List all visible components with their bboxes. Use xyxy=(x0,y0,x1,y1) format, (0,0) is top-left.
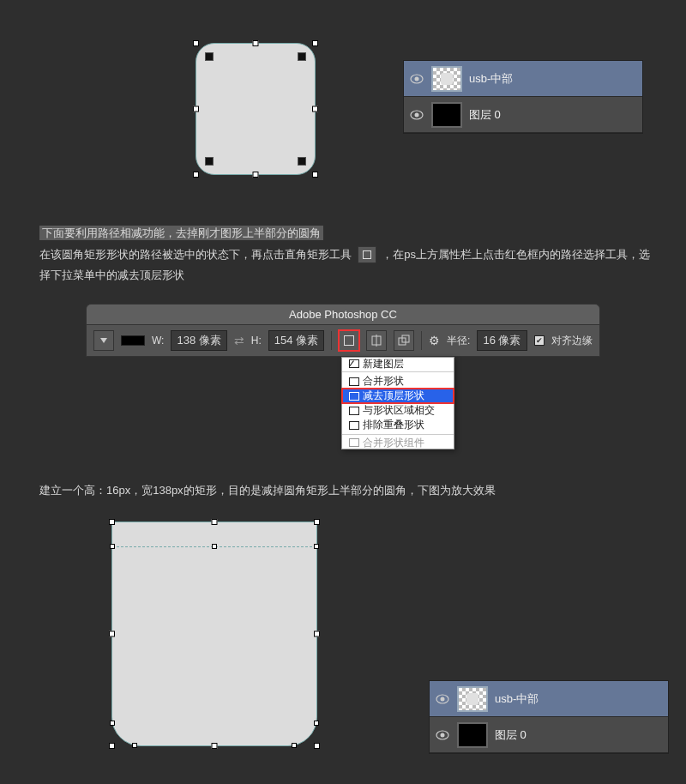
dropdown-item-label: 合并形状 xyxy=(363,374,404,389)
radius-input[interactable]: 16 像素 xyxy=(477,330,527,351)
shape-mode-icon xyxy=(349,359,359,368)
layer-thumbnail[interactable] xyxy=(457,686,488,712)
rounded-rect-shape xyxy=(196,43,316,175)
options-bar: Adobe Photoshop CC W: 138 像素 ⇄ H: 154 像素… xyxy=(86,304,600,357)
dropdown-item-new-layer[interactable]: ✓ 新建图层 xyxy=(342,358,454,372)
layers-panel: usb-中部 图层 0 xyxy=(429,680,669,754)
resize-handle-tl[interactable] xyxy=(193,40,199,46)
options-bar-title: Adobe Photoshop CC xyxy=(86,304,600,324)
instruction-text-block: 下面要利用路径相减功能，去掉刚才图形上半部分的圆角 在该圆角矩形形状的路径被选中… xyxy=(39,223,660,286)
visibility-toggle-icon[interactable] xyxy=(409,71,424,87)
width-input[interactable]: 138 像素 xyxy=(171,330,226,351)
height-label: H: xyxy=(251,335,262,347)
path-align-button[interactable] xyxy=(366,330,387,351)
corner-radius-handle[interactable] xyxy=(205,52,214,61)
resize-handle-bl[interactable] xyxy=(193,172,199,178)
resize-handle-tl[interactable] xyxy=(109,519,115,525)
svg-point-3 xyxy=(415,112,419,117)
shape-mode-icon xyxy=(349,407,359,415)
layer-name: 图层 0 xyxy=(495,727,527,743)
layers-panel: usb-中部 图层 0 xyxy=(403,60,643,134)
resize-handle-br[interactable] xyxy=(312,172,318,178)
instruction-text: 建立一个高：16px，宽138px的矩形，目的是减掉圆角矩形上半部分的圆角，下图… xyxy=(39,484,496,497)
resize-handle-t[interactable] xyxy=(253,40,259,46)
layer-name: usb-中部 xyxy=(469,71,513,87)
shape-mode-icon xyxy=(349,421,359,430)
path-anchor-handle[interactable] xyxy=(110,721,115,726)
visibility-toggle-icon[interactable] xyxy=(409,107,424,123)
path-operations-dropdown: ✓ 新建图层 合并形状 减去顶层形状 与形状区域相交 排除重叠形状 合并形状组件 xyxy=(341,357,454,449)
subtracted-shape-preview xyxy=(111,522,317,746)
svg-point-11 xyxy=(441,733,445,737)
shape-mode-icon xyxy=(349,392,359,401)
dropdown-item-label: 排除重叠形状 xyxy=(363,418,424,432)
resize-handle-r[interactable] xyxy=(314,631,320,637)
resize-handle-l[interactable] xyxy=(193,106,199,112)
fill-swatch[interactable] xyxy=(121,335,145,346)
divider xyxy=(421,331,422,350)
visibility-toggle-icon[interactable] xyxy=(435,727,450,743)
shape-mode-dropdown[interactable] xyxy=(93,330,114,351)
layer-row[interactable]: usb-中部 xyxy=(404,61,642,97)
resize-handle-br[interactable] xyxy=(314,743,320,749)
path-anchor-handle[interactable] xyxy=(314,544,319,549)
path-anchor-handle[interactable] xyxy=(212,544,217,549)
gear-icon[interactable]: ⚙ xyxy=(429,334,440,347)
dropdown-item-subtract[interactable]: 减去顶层形状 xyxy=(342,389,454,403)
corner-radius-handle[interactable] xyxy=(205,157,214,166)
dropdown-item-intersect[interactable]: 与形状区域相交 xyxy=(342,403,454,418)
shape-mode-icon xyxy=(349,438,359,447)
resize-handle-bl[interactable] xyxy=(109,743,115,749)
path-anchor-handle[interactable] xyxy=(314,721,319,726)
resize-handle-l[interactable] xyxy=(109,631,115,637)
radius-label: 半径: xyxy=(447,334,470,348)
layer-thumbnail[interactable] xyxy=(431,102,462,128)
resize-handle-tr[interactable] xyxy=(312,40,318,46)
width-label: W: xyxy=(152,335,164,347)
svg-point-1 xyxy=(415,76,419,81)
dropdown-item-label: 与形状区域相交 xyxy=(363,403,435,418)
resize-handle-tr[interactable] xyxy=(314,519,320,525)
layer-name: usb-中部 xyxy=(495,691,539,707)
resize-handle-r[interactable] xyxy=(312,106,318,112)
dropdown-item-label: 新建图层 xyxy=(363,357,404,371)
align-edges-label: 对齐边缘 xyxy=(551,334,593,348)
dropdown-item-combine[interactable]: 合并形状 xyxy=(342,374,454,389)
path-arrange-button[interactable] xyxy=(394,330,414,351)
resize-handle-b[interactable] xyxy=(212,743,218,749)
instruction-text-block: 建立一个高：16px，宽138px的矩形，目的是减掉圆角矩形上半部分的圆角，下图… xyxy=(39,480,660,502)
shape-mode-icon xyxy=(349,377,359,386)
corner-radius-handle[interactable] xyxy=(298,52,306,61)
path-anchor-handle[interactable] xyxy=(110,544,115,549)
instruction-text: 在该圆角矩形形状的路径被选中的状态下，再点击直角矩形工具 xyxy=(39,248,352,261)
align-edges-checkbox[interactable]: ✔ xyxy=(534,335,545,346)
resize-handle-b[interactable] xyxy=(253,172,259,178)
options-bar-row: W: 138 像素 ⇄ H: 154 像素 ⚙ 半径: 16 像素 ✔ 对齐边缘 xyxy=(86,324,600,357)
divider xyxy=(331,331,332,350)
path-anchor-handle[interactable] xyxy=(132,743,137,748)
link-wh-icon[interactable]: ⇄ xyxy=(234,334,244,347)
rounded-rect-shape-preview xyxy=(196,43,316,175)
visibility-toggle-icon[interactable] xyxy=(435,691,450,707)
layer-row[interactable]: 图层 0 xyxy=(430,717,668,753)
dropdown-item-merge-components[interactable]: 合并形状组件 xyxy=(342,434,454,449)
corner-radius-handle[interactable] xyxy=(298,157,306,166)
path-anchor-handle[interactable] xyxy=(292,743,297,748)
rectangle-tool-icon xyxy=(358,246,376,263)
layer-thumbnail[interactable] xyxy=(431,66,462,92)
svg-point-9 xyxy=(441,697,445,701)
layer-row[interactable]: usb-中部 xyxy=(430,681,668,717)
layer-name: 图层 0 xyxy=(469,107,501,123)
layer-row[interactable]: 图层 0 xyxy=(404,97,642,133)
path-operations-button[interactable] xyxy=(339,330,359,351)
height-input[interactable]: 154 像素 xyxy=(268,330,324,351)
dropdown-item-label: 减去顶层形状 xyxy=(363,389,424,403)
layer-thumbnail[interactable] xyxy=(457,722,488,748)
dropdown-item-label: 合并形状组件 xyxy=(363,436,424,450)
highlighted-text: 下面要利用路径相减功能，去掉刚才图形上半部分的圆角 xyxy=(39,226,323,240)
dropdown-item-exclude[interactable]: 排除重叠形状 xyxy=(342,418,454,432)
resize-handle-t[interactable] xyxy=(212,519,218,525)
subtracted-shape xyxy=(111,522,317,746)
